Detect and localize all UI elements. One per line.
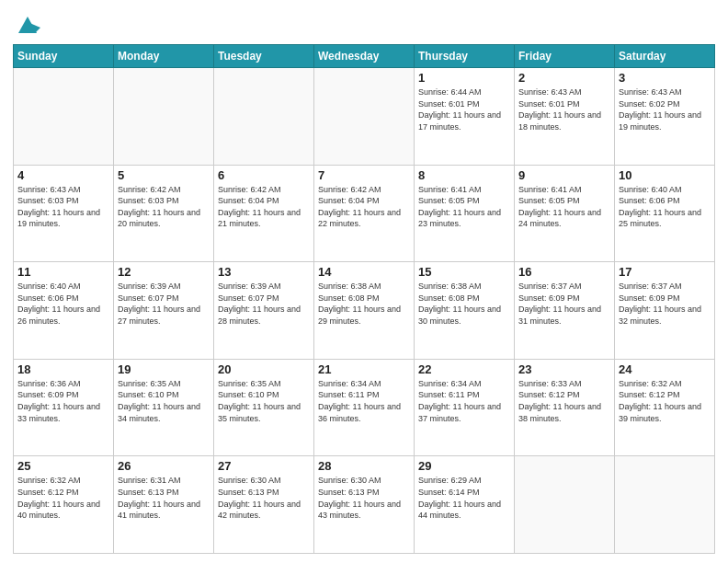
day-number: 5 — [118, 168, 210, 182]
day-number: 23 — [518, 362, 610, 376]
col-header-saturday: Saturday — [615, 45, 715, 68]
calendar-cell: 15Sunrise: 6:38 AM Sunset: 6:08 PM Dayli… — [415, 262, 515, 360]
col-header-friday: Friday — [515, 45, 615, 68]
calendar-header-row: SundayMondayTuesdayWednesdayThursdayFrid… — [14, 45, 715, 68]
day-info: Sunrise: 6:31 AM Sunset: 6:13 PM Dayligh… — [118, 475, 210, 521]
day-info: Sunrise: 6:38 AM Sunset: 6:08 PM Dayligh… — [418, 281, 510, 327]
calendar-cell: 29Sunrise: 6:29 AM Sunset: 6:14 PM Dayli… — [415, 456, 515, 554]
calendar-cell: 27Sunrise: 6:30 AM Sunset: 6:13 PM Dayli… — [214, 456, 314, 554]
day-number: 12 — [118, 265, 210, 279]
calendar-cell: 18Sunrise: 6:36 AM Sunset: 6:09 PM Dayli… — [14, 359, 114, 456]
calendar-cell — [314, 68, 415, 166]
calendar-cell: 19Sunrise: 6:35 AM Sunset: 6:10 PM Dayli… — [114, 359, 214, 456]
day-info: Sunrise: 6:37 AM Sunset: 6:09 PM Dayligh… — [619, 281, 711, 327]
page: SundayMondayTuesdayWednesdayThursdayFrid… — [0, 0, 728, 563]
logo — [13, 13, 40, 39]
calendar-cell: 23Sunrise: 6:33 AM Sunset: 6:12 PM Dayli… — [515, 359, 615, 456]
day-number: 17 — [619, 265, 711, 279]
day-info: Sunrise: 6:41 AM Sunset: 6:05 PM Dayligh… — [518, 184, 610, 230]
calendar-cell: 25Sunrise: 6:32 AM Sunset: 6:12 PM Dayli… — [14, 456, 114, 554]
calendar-cell: 26Sunrise: 6:31 AM Sunset: 6:13 PM Dayli… — [114, 456, 214, 554]
calendar-cell: 17Sunrise: 6:37 AM Sunset: 6:09 PM Dayli… — [615, 262, 715, 360]
day-info: Sunrise: 6:33 AM Sunset: 6:12 PM Dayligh… — [518, 378, 610, 424]
logo-icon — [15, 13, 40, 39]
day-info: Sunrise: 6:36 AM Sunset: 6:09 PM Dayligh… — [17, 378, 109, 424]
calendar-cell: 20Sunrise: 6:35 AM Sunset: 6:10 PM Dayli… — [214, 359, 314, 456]
calendar-cell — [615, 456, 715, 554]
day-number: 8 — [418, 168, 510, 182]
day-info: Sunrise: 6:29 AM Sunset: 6:14 PM Dayligh… — [418, 475, 510, 521]
day-number: 7 — [318, 168, 410, 182]
day-info: Sunrise: 6:39 AM Sunset: 6:07 PM Dayligh… — [118, 281, 210, 327]
calendar-cell: 10Sunrise: 6:40 AM Sunset: 6:06 PM Dayli… — [615, 165, 715, 262]
calendar-cell: 5Sunrise: 6:42 AM Sunset: 6:03 PM Daylig… — [114, 165, 214, 262]
day-info: Sunrise: 6:32 AM Sunset: 6:12 PM Dayligh… — [17, 475, 109, 521]
calendar-cell — [515, 456, 615, 554]
day-info: Sunrise: 6:42 AM Sunset: 6:04 PM Dayligh… — [318, 184, 410, 230]
day-info: Sunrise: 6:43 AM Sunset: 6:03 PM Dayligh… — [17, 184, 109, 230]
week-row-1: 4Sunrise: 6:43 AM Sunset: 6:03 PM Daylig… — [14, 165, 715, 262]
day-info: Sunrise: 6:42 AM Sunset: 6:04 PM Dayligh… — [218, 184, 310, 230]
calendar-cell: 12Sunrise: 6:39 AM Sunset: 6:07 PM Dayli… — [114, 262, 214, 360]
day-number: 24 — [619, 362, 711, 376]
day-number: 9 — [518, 168, 610, 182]
calendar-cell: 4Sunrise: 6:43 AM Sunset: 6:03 PM Daylig… — [14, 165, 114, 262]
calendar-cell: 3Sunrise: 6:43 AM Sunset: 6:02 PM Daylig… — [615, 68, 715, 166]
col-header-monday: Monday — [114, 45, 214, 68]
day-number: 16 — [518, 265, 610, 279]
day-number: 19 — [118, 362, 210, 376]
col-header-thursday: Thursday — [415, 45, 515, 68]
day-number: 14 — [318, 265, 410, 279]
day-info: Sunrise: 6:40 AM Sunset: 6:06 PM Dayligh… — [619, 184, 711, 230]
day-info: Sunrise: 6:38 AM Sunset: 6:08 PM Dayligh… — [318, 281, 410, 327]
calendar-cell: 9Sunrise: 6:41 AM Sunset: 6:05 PM Daylig… — [515, 165, 615, 262]
col-header-tuesday: Tuesday — [214, 45, 314, 68]
calendar-cell: 1Sunrise: 6:44 AM Sunset: 6:01 PM Daylig… — [415, 68, 515, 166]
day-info: Sunrise: 6:41 AM Sunset: 6:05 PM Dayligh… — [418, 184, 510, 230]
day-info: Sunrise: 6:40 AM Sunset: 6:06 PM Dayligh… — [17, 281, 109, 327]
day-info: Sunrise: 6:35 AM Sunset: 6:10 PM Dayligh… — [118, 378, 210, 424]
day-info: Sunrise: 6:43 AM Sunset: 6:02 PM Dayligh… — [619, 86, 711, 132]
day-number: 15 — [418, 265, 510, 279]
day-info: Sunrise: 6:34 AM Sunset: 6:11 PM Dayligh… — [318, 378, 410, 424]
day-info: Sunrise: 6:35 AM Sunset: 6:10 PM Dayligh… — [218, 378, 310, 424]
header — [13, 9, 715, 39]
day-number: 2 — [518, 71, 610, 85]
day-number: 11 — [17, 265, 109, 279]
day-info: Sunrise: 6:34 AM Sunset: 6:11 PM Dayligh… — [418, 378, 510, 424]
day-number: 22 — [418, 362, 510, 376]
calendar-table: SundayMondayTuesdayWednesdayThursdayFrid… — [13, 44, 715, 554]
calendar-cell: 24Sunrise: 6:32 AM Sunset: 6:12 PM Dayli… — [615, 359, 715, 456]
day-number: 29 — [418, 459, 510, 473]
day-info: Sunrise: 6:42 AM Sunset: 6:03 PM Dayligh… — [118, 184, 210, 230]
day-number: 25 — [17, 459, 109, 473]
day-info: Sunrise: 6:39 AM Sunset: 6:07 PM Dayligh… — [218, 281, 310, 327]
calendar-cell: 11Sunrise: 6:40 AM Sunset: 6:06 PM Dayli… — [14, 262, 114, 360]
day-number: 3 — [619, 71, 711, 85]
col-header-sunday: Sunday — [14, 45, 114, 68]
week-row-2: 11Sunrise: 6:40 AM Sunset: 6:06 PM Dayli… — [14, 262, 715, 360]
calendar-cell — [14, 68, 114, 166]
calendar-cell: 6Sunrise: 6:42 AM Sunset: 6:04 PM Daylig… — [214, 165, 314, 262]
calendar-cell: 13Sunrise: 6:39 AM Sunset: 6:07 PM Dayli… — [214, 262, 314, 360]
day-number: 18 — [17, 362, 109, 376]
calendar-cell — [114, 68, 214, 166]
calendar-cell: 2Sunrise: 6:43 AM Sunset: 6:01 PM Daylig… — [515, 68, 615, 166]
day-number: 20 — [218, 362, 310, 376]
week-row-4: 25Sunrise: 6:32 AM Sunset: 6:12 PM Dayli… — [14, 456, 715, 554]
calendar-cell — [214, 68, 314, 166]
calendar-cell: 7Sunrise: 6:42 AM Sunset: 6:04 PM Daylig… — [314, 165, 415, 262]
day-info: Sunrise: 6:37 AM Sunset: 6:09 PM Dayligh… — [518, 281, 610, 327]
calendar-cell: 14Sunrise: 6:38 AM Sunset: 6:08 PM Dayli… — [314, 262, 415, 360]
calendar-cell: 8Sunrise: 6:41 AM Sunset: 6:05 PM Daylig… — [415, 165, 515, 262]
day-number: 27 — [218, 459, 310, 473]
day-info: Sunrise: 6:32 AM Sunset: 6:12 PM Dayligh… — [619, 378, 711, 424]
day-number: 26 — [118, 459, 210, 473]
day-info: Sunrise: 6:44 AM Sunset: 6:01 PM Dayligh… — [418, 86, 510, 132]
calendar-cell: 16Sunrise: 6:37 AM Sunset: 6:09 PM Dayli… — [515, 262, 615, 360]
week-row-0: 1Sunrise: 6:44 AM Sunset: 6:01 PM Daylig… — [14, 68, 715, 166]
day-info: Sunrise: 6:30 AM Sunset: 6:13 PM Dayligh… — [318, 475, 410, 521]
calendar-cell: 22Sunrise: 6:34 AM Sunset: 6:11 PM Dayli… — [415, 359, 515, 456]
day-number: 6 — [218, 168, 310, 182]
day-number: 4 — [17, 168, 109, 182]
